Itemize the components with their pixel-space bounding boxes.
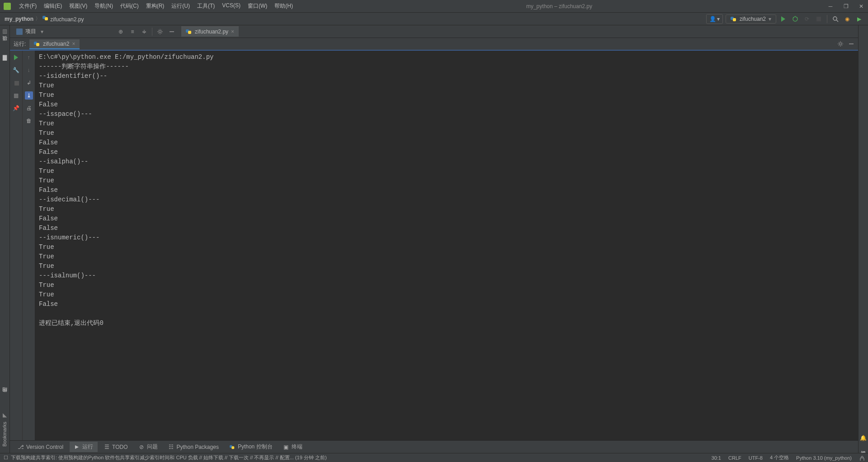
status-interpreter[interactable]: Python 3.10 (my_python) — [796, 455, 852, 461]
menu-navigate[interactable]: 导航(N) — [92, 1, 116, 11]
python-icon — [230, 444, 235, 450]
print-button[interactable]: 🖨 — [25, 104, 33, 112]
app-icon — [4, 3, 11, 10]
play-icon — [74, 444, 80, 450]
scroll-up-button[interactable]: ↑ — [25, 53, 33, 62]
notifications-tool-button[interactable]: 通知 — [860, 445, 867, 448]
tab-packages-label: Python Packages — [177, 444, 219, 450]
python-file-icon — [731, 16, 737, 22]
bell-icon[interactable]: 🔔 — [860, 435, 867, 441]
status-icon[interactable]: ☐ — [4, 455, 8, 461]
tab-python-console[interactable]: Python 控制台 — [225, 442, 277, 452]
tab-todo[interactable]: ☰ TODO — [99, 443, 132, 452]
tab-problems-label: 问题 — [147, 443, 158, 451]
menu-refactor[interactable]: 重构(R) — [143, 1, 167, 11]
project-tool-button[interactable]: 项目 — [1, 43, 8, 46]
menu-view[interactable]: 视图(V) — [66, 1, 90, 11]
run-with-coverage-button[interactable]: ⟳ — [802, 14, 811, 24]
status-message[interactable]: 下载预构建共享索引: 使用预构建的Python 软件包共享索引减少索引时间和 C… — [11, 454, 712, 461]
tab-python-packages[interactable]: ☷ Python Packages — [164, 443, 223, 452]
project-icon — [16, 29, 23, 35]
editor-tab[interactable]: zifuchuan2.py × — [181, 26, 239, 37]
run-button[interactable] — [779, 14, 788, 24]
terminal-icon: ▣ — [283, 444, 289, 450]
tab-problems[interactable]: ⊘ 问题 — [134, 442, 162, 452]
maximize-button[interactable]: ❐ — [843, 3, 849, 10]
select-opened-file-button[interactable]: ⊕ — [116, 27, 126, 37]
stop-process-button[interactable] — [12, 79, 20, 87]
close-tab-icon[interactable]: × — [231, 29, 234, 35]
code-with-me-button[interactable]: 👤▾ — [706, 14, 723, 24]
menu-run[interactable]: 运行(U) — [169, 1, 193, 11]
python-file-icon — [186, 29, 192, 35]
run-header: 运行: zifuchuan2 × — [10, 38, 858, 51]
run-configuration-selector[interactable]: zifuchuan2 ▾ — [726, 14, 776, 24]
status-caret-position[interactable]: 30:1 — [712, 455, 721, 461]
search-everywhere-button[interactable] — [831, 14, 840, 24]
tab-terminal[interactable]: ▣ 终端 — [279, 442, 307, 452]
hide-run-button[interactable] — [848, 41, 854, 47]
console-output[interactable]: E:\c#\py\python.exe E:/my_python/zifuchu… — [35, 51, 858, 440]
svg-marker-13 — [75, 445, 79, 449]
close-run-tab-icon[interactable]: × — [72, 41, 75, 47]
structure-tool-button[interactable]: 结构 — [1, 395, 8, 398]
update-button[interactable]: ◉ — [843, 14, 852, 24]
menu-file[interactable]: 文件(F) — [16, 1, 39, 11]
main-menu: 文件(F) 编辑(E) 视图(V) 导航(N) 代码(C) 重构(R) 运行(U… — [16, 1, 296, 11]
statusbar: ☐ 下载预构建共享索引: 使用预构建的Python 软件包共享索引减少索引时间和… — [0, 453, 868, 462]
ide-scripting-button[interactable]: ▶ — [854, 14, 863, 24]
soft-wrap-button[interactable]: ↲ — [25, 79, 33, 87]
close-button[interactable]: ✕ — [858, 3, 864, 10]
window-title: my_python – zifuchuan2.py — [296, 3, 823, 10]
menu-edit[interactable]: 编辑(E) — [41, 1, 65, 11]
run-tab[interactable]: zifuchuan2 × — [29, 39, 80, 49]
tab-terminal-label: 终端 — [292, 443, 302, 451]
scroll-down-button[interactable]: ↓ — [25, 66, 33, 74]
status-line-separator[interactable]: CRLF — [728, 455, 741, 461]
settings-button[interactable] — [155, 27, 165, 37]
run-toolbar-left: 🔧 ▦ 📌 — [10, 51, 23, 440]
tab-version-control[interactable]: ⎇ Version Control — [14, 443, 68, 452]
run-settings-button[interactable] — [837, 41, 844, 47]
chevron-down-icon: ▾ — [769, 16, 771, 22]
modify-run-config-button[interactable]: 🔧 — [12, 66, 20, 74]
bookmarks-tool-button[interactable]: Bookmarks — [2, 420, 7, 448]
python-file-icon — [34, 41, 40, 47]
collapse-all-button[interactable]: ≑ — [139, 27, 149, 37]
stop-button[interactable] — [814, 14, 823, 24]
bottom-tool-tabs: ⎇ Version Control 运行 ☰ TODO ⊘ 问题 ☷ Pytho… — [10, 440, 858, 453]
run-tool-window: 运行: zifuchuan2 × 🔧 ▦ 📌 ↑ ↓ ↲ ⤓ 🖨 🗑 E:\c#… — [10, 38, 858, 440]
clear-all-button[interactable]: 🗑 — [25, 117, 33, 125]
rerun-button[interactable] — [12, 53, 20, 62]
tab-version-control-label: Version Control — [26, 444, 63, 450]
breadcrumb-project[interactable]: my_python — [5, 16, 33, 22]
minimize-button[interactable]: ─ — [827, 3, 834, 10]
status-encoding[interactable]: UTF-8 — [749, 455, 763, 461]
debug-button[interactable] — [791, 14, 800, 24]
window-controls: ─ ❐ ✕ — [827, 3, 864, 10]
menu-tools[interactable]: 工具(T) — [194, 1, 217, 11]
tab-run[interactable]: 运行 — [70, 442, 98, 452]
menu-help[interactable]: 帮助(H) — [272, 1, 296, 11]
lock-icon[interactable] — [859, 455, 864, 461]
expand-all-button[interactable]: ≡ — [127, 27, 137, 37]
folder-icon[interactable]: ▇ — [2, 54, 8, 61]
menu-window[interactable]: 窗口(W) — [245, 1, 270, 11]
project-tool-icon[interactable]: ▥ — [2, 28, 8, 34]
vcs-icon: ⎇ — [18, 444, 24, 450]
right-tool-strip: 🔔 通知 — [858, 25, 868, 453]
project-view-selector[interactable]: 项目 ▾ — [13, 26, 47, 37]
pin-button[interactable]: 📌 — [12, 104, 20, 112]
scroll-to-end-button[interactable]: ⤓ — [25, 91, 33, 100]
problems-icon: ⊘ — [139, 444, 144, 450]
menu-vcs[interactable]: VCS(S) — [219, 1, 243, 11]
chevron-down-icon: ▾ — [41, 29, 43, 35]
breadcrumb-file[interactable]: zifuchuan2.py — [42, 15, 84, 23]
tab-run-label: 运行 — [82, 443, 93, 451]
hide-button[interactable] — [167, 27, 177, 37]
chevron-down-icon: ▾ — [717, 16, 720, 22]
project-view-label: 项目 — [25, 28, 36, 35]
layout-button[interactable]: ▦ — [12, 91, 20, 100]
menu-code[interactable]: 代码(C) — [118, 1, 142, 11]
status-indent[interactable]: 4 个空格 — [770, 454, 789, 461]
